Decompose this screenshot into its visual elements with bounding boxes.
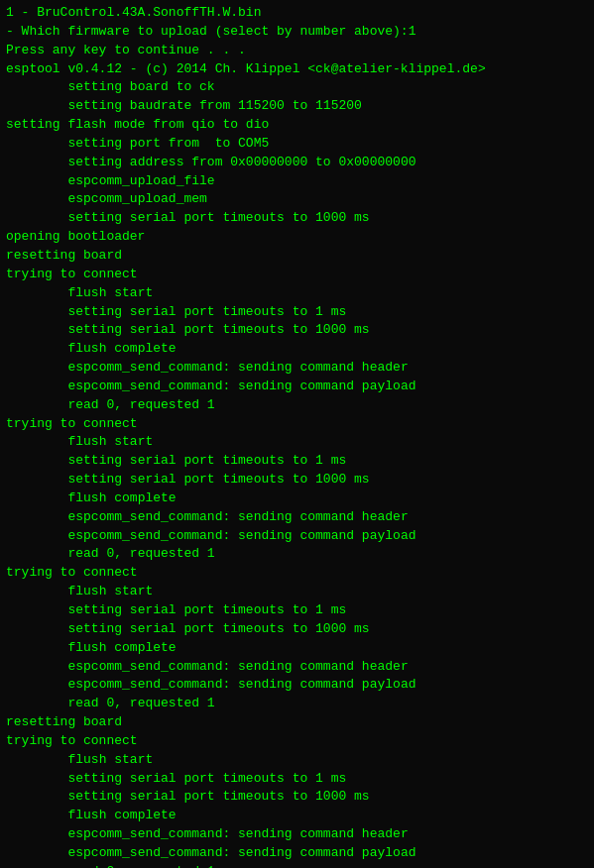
terminal-output: 1 - BruControl.43A.SonoffTH.W.bin - Whic…: [6, 4, 588, 868]
